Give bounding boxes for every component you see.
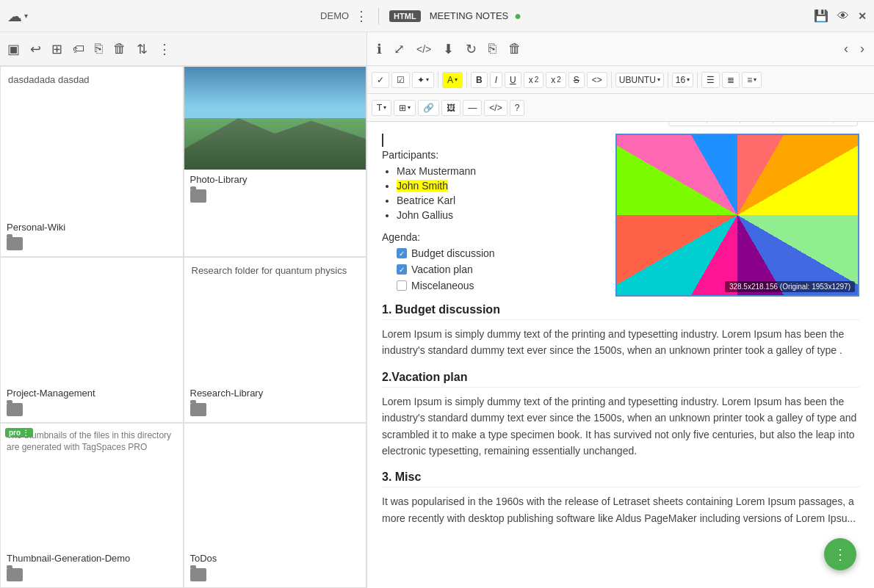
nav-prev-icon[interactable]: ‹ bbox=[840, 39, 852, 59]
fab-icon: ⋮ bbox=[833, 545, 848, 563]
refresh-icon[interactable]: ↻ bbox=[462, 39, 480, 59]
editor-toolbar-3: T▾ ⊞▾ 🔗 🖼 — </> ? bbox=[367, 94, 874, 122]
panel-toggle-icon[interactable]: ▣ bbox=[7, 41, 20, 57]
fab-button[interactable]: ⋮ bbox=[824, 538, 856, 570]
text-style-button[interactable]: T▾ bbox=[372, 100, 391, 116]
item-footer bbox=[1, 567, 183, 587]
item-footer bbox=[184, 188, 366, 208]
strikethrough-button[interactable]: S bbox=[568, 72, 585, 88]
grid-item-todos[interactable]: ToDos bbox=[184, 423, 367, 588]
separator bbox=[466, 72, 467, 88]
checkbox-checked-icon[interactable]: ✓ bbox=[397, 264, 407, 275]
font-size-select[interactable]: 16 ▾ bbox=[672, 73, 693, 87]
image-toolbar: 100% 50% 25% ☰ ☰ ☰ 🗑 bbox=[668, 122, 858, 126]
help-button[interactable]: ? bbox=[510, 100, 525, 116]
folder-icon bbox=[190, 568, 206, 581]
html-badge: HTML bbox=[389, 10, 421, 22]
embedded-image[interactable]: 100% 50% 25% ☰ ☰ ☰ 🗑 328.5x218.156 (Orig… bbox=[615, 134, 859, 297]
checkmark-button[interactable]: ✓ bbox=[372, 72, 389, 88]
table-button[interactable]: ⊞▾ bbox=[394, 100, 416, 116]
text-cursor bbox=[382, 134, 383, 147]
ordered-list-button[interactable]: ≣ bbox=[722, 72, 740, 88]
item-footer bbox=[1, 402, 183, 422]
folder-icon bbox=[190, 189, 206, 203]
grid-item-thumbnail-generation[interactable]: pro ⋮ The thumbnails of the files in thi… bbox=[0, 423, 184, 588]
close-button[interactable]: ✕ bbox=[858, 10, 867, 22]
img-align-left-icon[interactable]: ☰ bbox=[778, 122, 792, 123]
grid-item-personal-wiki[interactable]: dasdadada dasdad Personal-Wiki bbox=[0, 66, 184, 257]
folder-icon bbox=[190, 403, 206, 416]
align-button[interactable]: ≡▾ bbox=[742, 72, 762, 88]
sort-icon[interactable]: ⇅ bbox=[137, 41, 148, 57]
cloud-button[interactable]: ☁ ▾ bbox=[7, 7, 28, 25]
left-toolbar: ▣ ↩ ⊞ 🏷 ⎘ 🗑 ⇅ ⋮ bbox=[0, 32, 366, 66]
agenda-item-text: Miscelaneous bbox=[411, 280, 474, 291]
mountain-image bbox=[184, 67, 366, 170]
demo-menu-icon[interactable]: ⋮ bbox=[355, 8, 368, 24]
separator bbox=[773, 122, 773, 123]
source-code-icon[interactable]: </> bbox=[413, 41, 435, 57]
grid-item-project-management[interactable]: Project-Management bbox=[0, 257, 184, 422]
nav-next-icon[interactable]: › bbox=[856, 39, 868, 59]
image-size-info: 328.5x218.156 (Original: 1953x1297) bbox=[725, 281, 855, 292]
underline-button[interactable]: U bbox=[505, 72, 521, 88]
item-footer bbox=[184, 402, 366, 422]
image-content: 328.5x218.156 (Original: 1953x1297) bbox=[617, 135, 858, 295]
img-align-right-icon[interactable]: ☰ bbox=[815, 122, 828, 123]
folder-icon bbox=[7, 403, 23, 416]
grid-item-research-library[interactable]: Research folder for quantum physics Rese… bbox=[184, 257, 367, 422]
checkbox-unchecked-icon[interactable] bbox=[397, 280, 407, 291]
copy-icon[interactable]: ⎘ bbox=[95, 41, 103, 57]
code-inline-button[interactable]: <> bbox=[587, 72, 607, 88]
download-icon[interactable]: ⬇ bbox=[439, 39, 458, 59]
subscript-button[interactable]: x2 bbox=[546, 72, 566, 88]
img-size-25[interactable]: 25% bbox=[745, 122, 768, 123]
item-label: Thumbnail-Generation-Demo bbox=[1, 548, 183, 567]
grid-item-photo-library[interactable]: Photo-Library bbox=[184, 66, 367, 257]
info-icon[interactable]: ℹ bbox=[373, 39, 386, 59]
agenda-item-1: ✓ Budget discussion bbox=[397, 247, 604, 259]
right-panel: ℹ ⤢ </> ⬇ ↻ ⎘ 🗑 ‹ › ✓ ☑ ✦▾ A▾ B I U x2 x… bbox=[367, 32, 874, 588]
checkbox-checked-icon[interactable]: ✓ bbox=[397, 248, 407, 258]
section-3-heading: 3. Misc bbox=[382, 471, 859, 487]
trash-icon[interactable]: 🗑 bbox=[505, 39, 525, 59]
section-2-body: Lorem Ipsum is simply dummy text of the … bbox=[382, 393, 859, 460]
back-icon[interactable]: ↩ bbox=[30, 41, 41, 57]
superscript-button[interactable]: x2 bbox=[524, 72, 544, 88]
unordered-list-button[interactable]: ☰ bbox=[701, 72, 720, 88]
more-icon[interactable]: ⋮ bbox=[158, 41, 171, 57]
editor-toolbar-2: ✓ ☑ ✦▾ A▾ B I U x2 x2 S <> UBUNTU ▾ 16 ▾… bbox=[367, 66, 874, 94]
html-source-button[interactable]: </> bbox=[484, 100, 507, 116]
separator bbox=[668, 72, 668, 88]
expand-icon[interactable]: ⤢ bbox=[390, 39, 408, 59]
editor-area[interactable]: 100% 50% 25% ☰ ☰ ☰ 🗑 328.5x218.156 (Orig… bbox=[367, 122, 874, 588]
italic-button[interactable]: I bbox=[490, 72, 502, 88]
hr-button[interactable]: — bbox=[463, 100, 482, 116]
agenda-item-text: Budget discussion bbox=[411, 247, 495, 259]
img-delete-icon[interactable]: 🗑 bbox=[838, 122, 853, 123]
magic-button[interactable]: ✦▾ bbox=[412, 72, 434, 88]
editor-toolbar-1: ℹ ⤢ </> ⬇ ↻ ⎘ 🗑 ‹ › bbox=[367, 32, 874, 66]
img-size-50[interactable]: 50% bbox=[712, 122, 735, 123]
link-button[interactable]: 🔗 bbox=[418, 100, 439, 116]
demo-label: DEMO bbox=[320, 10, 349, 21]
img-size-100[interactable]: 100% bbox=[673, 122, 702, 123]
dropdown-arrow-icon: ▾ bbox=[24, 12, 28, 20]
image-button[interactable]: 🖼 bbox=[441, 100, 461, 116]
bold-button[interactable]: B bbox=[471, 72, 488, 88]
save-button[interactable]: 💾 bbox=[814, 9, 828, 23]
section-1-heading: 1. Budget discussion bbox=[382, 303, 859, 320]
img-align-center-icon[interactable]: ☰ bbox=[796, 122, 810, 123]
meeting-title: MEETING NOTES bbox=[430, 10, 509, 21]
tag-icon[interactable]: 🏷 bbox=[73, 43, 84, 56]
grid-view-icon[interactable]: ⊞ bbox=[51, 41, 62, 57]
agenda-item-text: Vacation plan bbox=[411, 264, 473, 275]
copy-content-icon[interactable]: ⎘ bbox=[485, 39, 500, 59]
item-label: ToDos bbox=[184, 548, 366, 567]
preview-button[interactable]: 👁 bbox=[837, 10, 849, 23]
highlight-color-button[interactable]: A▾ bbox=[442, 72, 463, 88]
font-family-select[interactable]: UBUNTU ▾ bbox=[615, 73, 664, 87]
item-label: Research-Library bbox=[184, 383, 366, 402]
checkbox-button[interactable]: ☑ bbox=[391, 72, 410, 88]
delete-icon[interactable]: 🗑 bbox=[113, 41, 126, 57]
